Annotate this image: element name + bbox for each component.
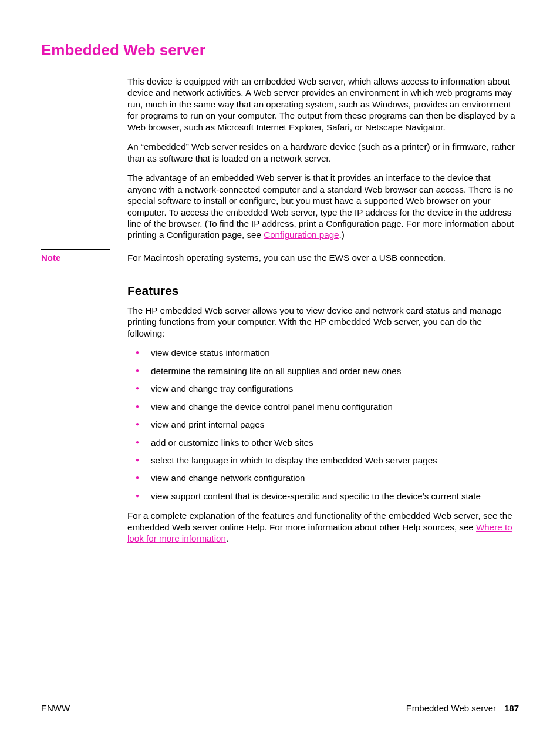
features-list: view device status information determine… xyxy=(127,347,519,502)
page-number: 187 xyxy=(504,703,519,713)
text: For a complete explanation of the featur… xyxy=(127,510,512,532)
list-item: view and change the device control panel… xyxy=(127,401,519,412)
note-block: Note For Macintosh operating systems, yo… xyxy=(41,249,519,266)
document-page: Embedded Web server This device is equip… xyxy=(0,0,560,746)
text: .) xyxy=(339,230,345,240)
paragraph: The advantage of an embedded Web server … xyxy=(127,172,519,241)
note-label: Note xyxy=(41,249,110,266)
list-item: view and change tray configurations xyxy=(127,383,519,394)
body-content: This device is equipped with an embedded… xyxy=(127,76,519,241)
paragraph: For a complete explanation of the featur… xyxy=(127,510,519,544)
page-title: Embedded Web server xyxy=(41,41,519,59)
footer-left: ENWW xyxy=(41,703,70,713)
note-label-col: Note xyxy=(41,249,127,266)
list-item: select the language in which to display … xyxy=(127,455,519,466)
list-item: view device status information xyxy=(127,347,519,358)
list-item: view support content that is device-spec… xyxy=(127,490,519,502)
footer-section: Embedded Web server xyxy=(406,703,496,713)
features-section: Features The HP embedded Web server allo… xyxy=(127,284,519,545)
list-item: view and print internal pages xyxy=(127,419,519,430)
paragraph: The HP embedded Web server allows you to… xyxy=(127,305,519,339)
paragraph: An “embedded” Web server resides on a ha… xyxy=(127,141,519,164)
list-item: add or customize links to other Web site… xyxy=(127,437,519,448)
features-heading: Features xyxy=(127,284,519,298)
configuration-page-link[interactable]: Configuration page xyxy=(264,230,339,240)
list-item: determine the remaining life on all supp… xyxy=(127,365,519,377)
footer-right: Embedded Web server187 xyxy=(406,703,519,713)
paragraph: This device is equipped with an embedded… xyxy=(127,76,519,133)
page-footer: ENWW Embedded Web server187 xyxy=(41,703,519,713)
list-item: view and change network configuration xyxy=(127,472,519,483)
note-body: For Macintosh operating systems, you can… xyxy=(127,249,519,266)
text: . xyxy=(226,533,228,543)
